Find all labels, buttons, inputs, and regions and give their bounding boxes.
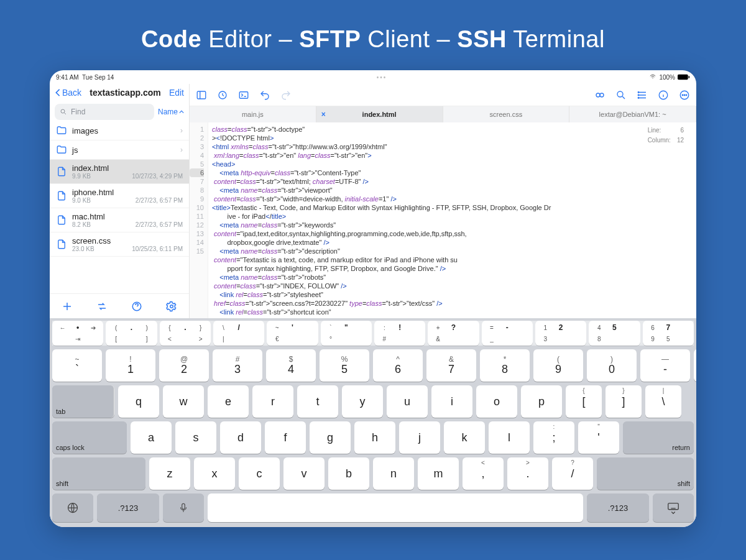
letter-key[interactable]: r: [252, 385, 293, 418]
symbols-icon[interactable]: [637, 90, 648, 101]
letter-key[interactable]: c: [239, 457, 280, 490]
letter-key[interactable]: t: [297, 385, 338, 418]
folder-row[interactable]: js›: [50, 140, 189, 160]
num-key[interactable]: $4: [266, 349, 316, 382]
letter-key[interactable]: w: [163, 385, 204, 418]
numeric-key-right[interactable]: .?123: [587, 493, 649, 522]
letter-key[interactable]: u: [387, 385, 428, 418]
bracket-open-key[interactable]: {[: [566, 385, 602, 418]
semicolon-key[interactable]: :;: [533, 421, 574, 454]
file-row[interactable]: screen.css23.0 KB10/25/23, 6:11 PM: [50, 232, 189, 257]
num-key[interactable]: #3: [213, 349, 262, 382]
capslock-key[interactable]: caps lock: [52, 421, 127, 454]
sort-button[interactable]: Name: [158, 108, 184, 116]
extra-key[interactable]: ←•➔⇥: [52, 321, 103, 346]
num-key[interactable]: ^6: [373, 349, 423, 382]
pipe-key[interactable]: |\: [645, 385, 681, 418]
comma-key[interactable]: <,: [463, 457, 504, 490]
num-key[interactable]: @2: [159, 349, 209, 382]
settings-icon[interactable]: [166, 301, 177, 312]
toggle-sidebar-icon[interactable]: [196, 90, 207, 101]
letter-key[interactable]: n: [373, 457, 414, 490]
letter-key[interactable]: m: [418, 457, 459, 490]
editor-tab[interactable]: main.js: [190, 106, 316, 122]
num-key[interactable]: &7: [426, 349, 476, 382]
globe-key[interactable]: [52, 493, 93, 522]
editor-tab[interactable]: ×index.html: [316, 106, 443, 122]
recent-icon[interactable]: [217, 90, 228, 101]
num-key[interactable]: (9: [533, 349, 583, 382]
preview-icon[interactable]: [594, 90, 606, 101]
letter-key[interactable]: d: [220, 421, 261, 454]
code-area[interactable]: Line:6 Column:12 123456789101112131415 c…: [190, 122, 696, 318]
letter-key[interactable]: z: [149, 457, 190, 490]
num-key[interactable]: !1: [106, 349, 155, 382]
letter-key[interactable]: i: [431, 385, 472, 418]
hide-keyboard-key[interactable]: [653, 493, 694, 522]
num-key[interactable]: )0: [587, 349, 637, 382]
letter-key[interactable]: l: [489, 421, 530, 454]
dictation-key[interactable]: [163, 493, 204, 522]
numeric-key-left[interactable]: .?123: [97, 493, 159, 522]
num-key[interactable]: +=: [694, 349, 696, 382]
slash-key[interactable]: ?/: [552, 457, 593, 490]
editor-tab[interactable]: screen.css: [443, 106, 570, 122]
period-key[interactable]: >.: [507, 457, 548, 490]
code-content[interactable]: class=class="t-str">"t-doctype"><!DOCTYP…: [208, 122, 696, 318]
space-key[interactable]: [208, 493, 583, 522]
extra-key[interactable]: ~'€: [267, 321, 318, 346]
letter-key[interactable]: j: [399, 421, 440, 454]
add-button-icon[interactable]: [62, 301, 73, 312]
num-key[interactable]: ~`: [52, 349, 102, 382]
file-row[interactable]: iphone.html9.0 KB2/27/23, 6:57 PM: [50, 184, 189, 208]
extra-key[interactable]: =-_: [482, 321, 533, 346]
extra-key[interactable]: :!#: [374, 321, 425, 346]
redo-icon[interactable]: [280, 90, 292, 101]
extra-key[interactable]: 123: [535, 321, 586, 346]
more-icon[interactable]: [679, 90, 690, 101]
bracket-close-key[interactable]: }]: [606, 385, 642, 418]
letter-key[interactable]: g: [310, 421, 351, 454]
shift-key-right[interactable]: shift: [597, 457, 694, 490]
quote-key[interactable]: "': [578, 421, 619, 454]
letter-key[interactable]: p: [521, 385, 562, 418]
find-icon[interactable]: [615, 90, 627, 101]
extra-key[interactable]: 458: [589, 321, 640, 346]
search-input[interactable]: Find: [55, 104, 154, 120]
folder-row[interactable]: images›: [50, 121, 189, 140]
file-row[interactable]: mac.html8.2 KB2/27/23, 6:57 PM: [50, 208, 189, 232]
return-key[interactable]: return: [623, 421, 694, 454]
extra-key[interactable]: 6795: [643, 321, 694, 346]
undo-icon[interactable]: [259, 90, 270, 101]
letter-key[interactable]: o: [476, 385, 517, 418]
letter-key[interactable]: b: [328, 457, 369, 490]
letter-key[interactable]: a: [131, 421, 172, 454]
num-key[interactable]: %5: [320, 349, 369, 382]
edit-button[interactable]: Edit: [169, 88, 184, 98]
transfer-icon[interactable]: [96, 301, 108, 312]
letter-key[interactable]: v: [283, 457, 325, 490]
letter-key[interactable]: f: [265, 421, 306, 454]
extra-key[interactable]: `"°: [321, 321, 372, 346]
tab-key[interactable]: tab: [52, 385, 114, 418]
extra-key[interactable]: \/|: [213, 321, 264, 346]
shift-key-left[interactable]: shift: [52, 457, 145, 490]
letter-key[interactable]: h: [354, 421, 395, 454]
help-icon[interactable]: [131, 301, 142, 312]
letter-key[interactable]: s: [175, 421, 216, 454]
letter-key[interactable]: e: [208, 385, 249, 418]
letter-key[interactable]: y: [342, 385, 383, 418]
extra-key[interactable]: +?&: [428, 321, 479, 346]
extra-key[interactable]: {.}<>: [160, 321, 211, 346]
file-row[interactable]: index.html9.9 KB10/27/23, 4:29 PM: [50, 160, 189, 184]
letter-key[interactable]: x: [194, 457, 235, 490]
info-icon[interactable]: [658, 90, 669, 101]
num-key[interactable]: —-: [640, 349, 690, 382]
editor-tab[interactable]: lextar@DebianVM1: ~: [569, 106, 696, 122]
num-key[interactable]: *8: [480, 349, 530, 382]
letter-key[interactable]: k: [444, 421, 485, 454]
extra-key[interactable]: (.)[]: [106, 321, 157, 346]
close-tab-icon[interactable]: ×: [321, 110, 326, 119]
letter-key[interactable]: q: [118, 385, 159, 418]
back-button[interactable]: Back: [55, 88, 81, 98]
